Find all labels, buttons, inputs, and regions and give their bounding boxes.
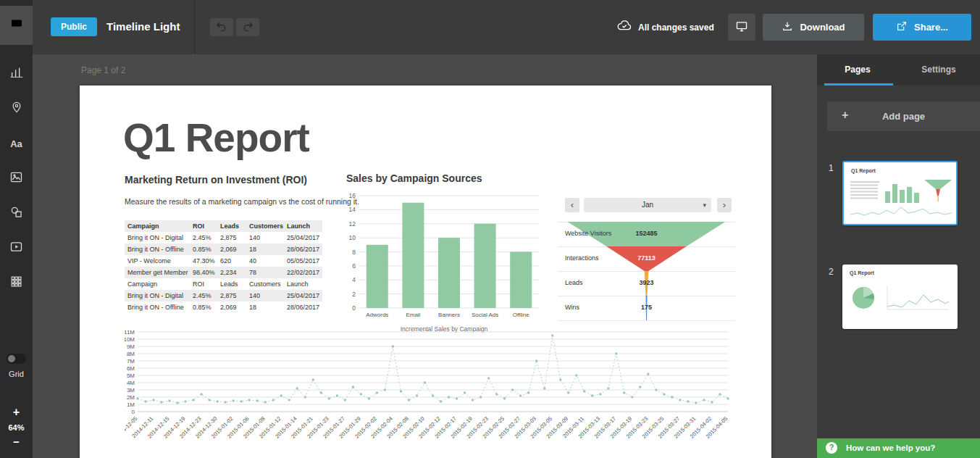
- monitor-icon: [735, 20, 748, 34]
- add-page-button[interactable]: + Add page: [827, 101, 980, 131]
- svg-text:5M: 5M: [127, 372, 135, 379]
- share-label: Share...: [914, 22, 948, 33]
- svg-text:1M: 1M: [127, 401, 135, 408]
- tool-widgets[interactable]: [0, 268, 33, 297]
- tool-images[interactable]: [0, 164, 33, 193]
- funnel-separator: [558, 320, 735, 321]
- svg-text:8: 8: [352, 249, 356, 256]
- thumbnail-title: Q1 Report: [850, 270, 874, 275]
- zoom-out-button[interactable]: −: [0, 436, 33, 448]
- svg-text:4: 4: [352, 276, 356, 283]
- bar-chart-svg: 0246810121416AdwordsEmailBannersSocial A…: [345, 190, 543, 323]
- page-number: 2: [829, 267, 834, 277]
- tool-rail: Aa Grid + 64% −: [0, 0, 33, 458]
- tab-settings[interactable]: Settings: [898, 54, 979, 86]
- svg-text:10M: 10M: [125, 336, 135, 343]
- text-tool-icon: Aa: [10, 138, 22, 149]
- table-row: Bring it ON - Digital2.45%2,87514025/04/…: [125, 290, 322, 301]
- svg-text:16: 16: [349, 192, 356, 199]
- tool-layouts[interactable]: [0, 6, 33, 45]
- image-icon: [9, 170, 24, 188]
- svg-text:9M: 9M: [127, 344, 135, 350]
- svg-text:Email: Email: [406, 312, 420, 318]
- map-pin-icon: [9, 100, 24, 117]
- funnel-prev-button[interactable]: ‹: [565, 198, 579, 212]
- svg-text:Adwords: Adwords: [366, 312, 388, 318]
- tool-text[interactable]: Aa: [0, 129, 33, 158]
- tab-pages[interactable]: Pages: [817, 54, 898, 86]
- undo-icon: [216, 21, 227, 33]
- page-indicator: Page 1 of 2: [81, 65, 125, 75]
- svg-text:4M: 4M: [127, 380, 135, 386]
- zoom-level: 64%: [0, 423, 33, 432]
- table-row: Bring it ON - Offline0.85%2,0691828/06/2…: [125, 243, 322, 255]
- video-icon: [9, 239, 24, 257]
- table-row: Bring it ON - Digital2.45%2,87514025/04/…: [125, 232, 322, 243]
- bar-chart-heading: Sales by Campaign Sources: [346, 172, 482, 184]
- roi-table[interactable]: CampaignROILeadsCustomersLaunchBring it …: [125, 220, 322, 313]
- cloud-saved-icon: [616, 20, 632, 35]
- funnel-stage-value: 175: [565, 304, 728, 311]
- toggle-knob: [8, 355, 15, 362]
- toolbar-divider: [194, 0, 195, 54]
- plus-icon: +: [842, 109, 848, 122]
- timeline-line-chart[interactable]: 11M10M9M8M7M6M5M4M3M2M1M02014-12-052014-…: [125, 326, 734, 458]
- svg-text:2: 2: [352, 291, 356, 298]
- roi-heading: Marketing Return on Investment (ROI): [125, 174, 307, 186]
- tool-shapes[interactable]: [0, 199, 33, 228]
- redo-button[interactable]: [236, 18, 259, 36]
- roi-description: Measure the results of a marketing campa…: [125, 197, 359, 206]
- top-toolbar: Public Timeline Light All changes saved …: [33, 0, 980, 54]
- svg-text:6M: 6M: [127, 365, 135, 372]
- download-button[interactable]: Download: [763, 14, 864, 41]
- svg-text:6: 6: [352, 262, 356, 270]
- help-widget[interactable]: ? How can we help you?: [817, 438, 980, 458]
- table-row: VIP - Welcome47.30%6204005/05/2017: [125, 255, 322, 267]
- download-icon: [782, 20, 793, 34]
- tool-video[interactable]: [0, 233, 33, 262]
- tool-charts[interactable]: [0, 59, 33, 88]
- line-chart-svg: 11M10M9M8M7M6M5M4M3M2M1M02014-12-052014-…: [125, 326, 734, 458]
- undo-button[interactable]: [210, 18, 233, 36]
- right-sidebar: Pages Settings + Add page 1 Q1 Report 2 …: [817, 54, 980, 458]
- editor-canvas[interactable]: Page 1 of 2 Q1 Report Marketing Return o…: [33, 54, 817, 458]
- thumbnail-title: Q1 Report: [851, 168, 876, 173]
- help-icon: ?: [826, 442, 837, 454]
- add-page-label: Add page: [882, 111, 925, 122]
- svg-text:3M: 3M: [127, 387, 135, 394]
- shapes-icon: [9, 204, 24, 222]
- svg-text:12: 12: [349, 220, 356, 228]
- svg-text:14: 14: [349, 206, 356, 213]
- bar-chart[interactable]: 0246810121416AdwordsEmailBannersSocial A…: [345, 190, 543, 323]
- caret-down-icon: ▾: [703, 198, 706, 212]
- funnel-chart[interactable]: ‹ Jan ▾ › Website Visitors Interactions …: [558, 194, 735, 326]
- funnel-next-button[interactable]: ›: [717, 198, 732, 212]
- svg-text:8M: 8M: [127, 351, 135, 357]
- laptop-icon: [8, 15, 25, 36]
- svg-text:11M: 11M: [125, 329, 135, 336]
- report-title[interactable]: Q1 Report: [123, 114, 309, 161]
- funnel-period-value: Jan: [642, 201, 653, 209]
- grid-toggle-label: Grid: [0, 370, 33, 378]
- svg-text:Social Ads: Social Ads: [472, 312, 498, 318]
- tool-maps[interactable]: [0, 94, 33, 123]
- preview-button[interactable]: [728, 14, 755, 41]
- report-page[interactable]: Q1 Report Marketing Return on Investment…: [80, 86, 771, 458]
- zoom-in-button[interactable]: +: [0, 406, 33, 419]
- table-row: CampaignROILeadsCustomersLaunch: [125, 278, 322, 290]
- public-button[interactable]: Public: [51, 17, 97, 36]
- funnel-stage-value: 3923: [565, 279, 728, 286]
- page-thumbnail-1[interactable]: Q1 Report: [842, 161, 958, 225]
- document-title: Timeline Light: [106, 20, 180, 33]
- funnel-stage-value: 152485: [565, 230, 728, 237]
- svg-text:2M: 2M: [127, 394, 135, 401]
- grid-toggle[interactable]: [7, 354, 26, 364]
- svg-text:0: 0: [352, 304, 356, 312]
- share-button[interactable]: Share...: [873, 14, 971, 41]
- page-thumbnail-2[interactable]: Q1 Report: [842, 265, 958, 329]
- svg-text:7M: 7M: [127, 358, 135, 365]
- active-tab-underline: [824, 83, 893, 86]
- funnel-period-dropdown[interactable]: Jan ▾: [584, 198, 711, 212]
- svg-text:Banners: Banners: [438, 312, 460, 318]
- help-label: How can we help you?: [846, 438, 935, 458]
